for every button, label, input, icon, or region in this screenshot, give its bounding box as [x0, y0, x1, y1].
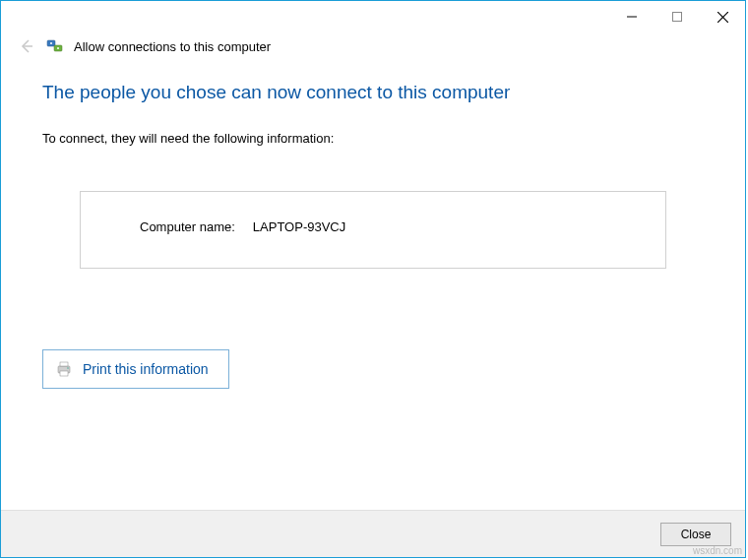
svg-rect-1: [673, 13, 682, 22]
minimize-icon: [627, 12, 637, 22]
watermark: wsxdn.com: [693, 545, 742, 556]
titlebar: [1, 1, 745, 32]
header-app-icon: [46, 37, 64, 55]
computer-network-icon: [46, 37, 64, 55]
maximize-icon: [672, 12, 682, 22]
print-this-information-button[interactable]: Print this information: [42, 349, 229, 389]
svg-point-8: [57, 47, 59, 49]
titlebar-close-button[interactable]: [700, 3, 745, 31]
titlebar-controls: [609, 3, 745, 31]
content-area: The people you chose can now connect to …: [1, 64, 745, 510]
minimize-button[interactable]: [609, 3, 654, 31]
computer-name-label: Computer name:: [140, 219, 235, 234]
main-heading: The people you chose can now connect to …: [42, 82, 704, 103]
sub-text: To connect, they will need the following…: [42, 131, 704, 146]
back-arrow-icon: [19, 38, 34, 54]
maximize-button[interactable]: [654, 3, 700, 31]
svg-point-12: [67, 367, 69, 369]
computer-name-value: LAPTOP-93VCJ: [253, 219, 345, 234]
footer: Close: [1, 510, 745, 557]
print-label: Print this information: [83, 361, 209, 377]
svg-point-7: [50, 42, 52, 44]
svg-rect-11: [60, 371, 68, 376]
computer-info-box: Computer name: LAPTOP-93VCJ: [80, 191, 666, 269]
close-button-label: Close: [681, 528, 712, 541]
printer-icon: [55, 360, 73, 378]
header-row: Allow connections to this computer: [1, 32, 745, 64]
close-icon: [717, 12, 728, 23]
close-button[interactable]: Close: [660, 523, 731, 546]
svg-rect-10: [60, 362, 68, 366]
header-title: Allow connections to this computer: [74, 39, 271, 54]
dialog-window: Allow connections to this computer The p…: [0, 0, 746, 558]
back-button[interactable]: [17, 36, 36, 56]
computer-name-row: Computer name: LAPTOP-93VCJ: [140, 219, 642, 234]
